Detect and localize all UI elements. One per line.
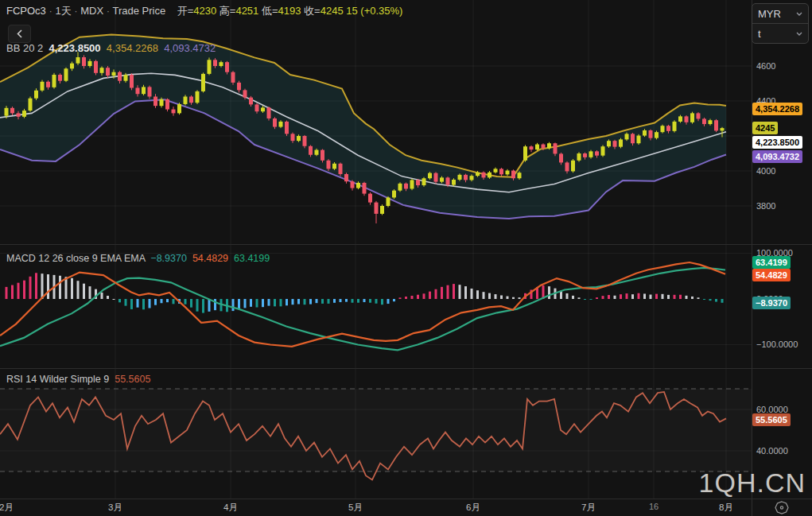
price-type-label: Trade Price (112, 5, 165, 17)
time-tick: 16 (649, 502, 659, 511)
open-value: 4230 (193, 5, 216, 17)
rsi-legend[interactable]: RSI 14 Wilder Simple 9 55.5605 (6, 374, 150, 385)
symbol-name[interactable]: FCPOc3 (6, 5, 46, 17)
rsi-name: RSI 14 Wilder Simple 9 (6, 374, 109, 385)
exchange-label: MDX (80, 5, 103, 17)
chevron-down-icon (796, 12, 802, 16)
back-button[interactable] (8, 25, 31, 43)
currency-dropdown[interactable]: MYR (752, 4, 808, 23)
price-badge: 4,354.2268 (752, 103, 802, 115)
axis-label: 40.0000 (756, 446, 788, 456)
price-badge: 63.4199 (752, 256, 791, 269)
close-value: 4245 (321, 5, 344, 17)
macd-hist-value: −8.9370 (150, 253, 187, 264)
macd-signal-value: 63.4199 (234, 253, 270, 264)
price-badge: −8.9370 (752, 297, 791, 309)
low-value: 4193 (278, 5, 301, 17)
currency-unit-selector: MYR t (752, 3, 809, 44)
change-value: 15 (+0.35%) (346, 5, 402, 17)
axis-label: 4600 (756, 61, 775, 71)
axis-label: 3800 (756, 201, 775, 211)
high-label: 高= (220, 5, 236, 17)
axis-label: 4000 (756, 166, 775, 176)
unit-value: t (758, 28, 761, 40)
price-badge: 4,223.8500 (752, 136, 802, 149)
time-tick: 7月 (581, 502, 596, 514)
trading-chart-app: FCPOc3 · 1天 · MDX · Trade Price 开=4230 高… (0, 0, 812, 516)
macd-legend[interactable]: MACD 12 26 close 9 EMA EMA −8.9370 54.48… (6, 253, 270, 264)
chevron-left-icon (17, 29, 22, 38)
bb-lower-value: 4,093.4732 (164, 42, 216, 54)
chart-plot-area[interactable] (0, 0, 752, 499)
unit-dropdown[interactable]: t (752, 23, 808, 43)
price-badge: 4245 (752, 122, 778, 134)
bb-basis-value: 4,223.8500 (49, 42, 101, 54)
chevron-down-icon (796, 32, 802, 36)
time-tick: 5月 (348, 502, 363, 514)
symbol-header[interactable]: FCPOc3 · 1天 · MDX · Trade Price 开=4230 高… (6, 4, 402, 18)
time-tick: 8月 (719, 502, 733, 514)
macd-line-value: 54.4829 (192, 253, 228, 264)
time-tick: 6月 (466, 502, 480, 514)
currency-value: MYR (758, 8, 781, 20)
low-label: 低= (262, 5, 278, 17)
scale-settings-icon[interactable] (775, 501, 789, 514)
pane-separator-rsi[interactable] (0, 368, 812, 369)
axis-label: −100.0000 (756, 339, 798, 349)
price-axis[interactable]: 4600440040003800100.00000.0000−100.00006… (752, 0, 812, 499)
pane-separator-timeaxis (0, 499, 812, 499)
bb-name: BB 20 2 (6, 42, 43, 54)
watermark: 1QH.CN (699, 468, 806, 499)
price-badge: 4,093.4732 (752, 150, 802, 163)
time-axis[interactable]: 2月3月4月5月6月7月168月 (0, 499, 812, 516)
macd-name: MACD 12 26 close 9 EMA EMA (6, 253, 145, 264)
rsi-value: 55.5605 (115, 374, 150, 385)
pane-separator-macd[interactable] (0, 244, 812, 245)
time-tick: 2月 (0, 502, 14, 514)
time-tick: 4月 (223, 502, 238, 514)
high-value: 4251 (235, 5, 258, 17)
time-tick: 3月 (108, 502, 122, 514)
open-label: 开= (177, 5, 194, 17)
price-badge: 55.5605 (752, 413, 791, 426)
bb-upper-value: 4,354.2268 (107, 42, 158, 54)
bb-legend[interactable]: BB 20 2 4,223.8500 4,354.2268 4,093.4732 (6, 42, 216, 54)
interval-label[interactable]: 1天 (55, 5, 71, 17)
price-badge: 54.4829 (752, 269, 791, 281)
time-axis-separator (752, 499, 752, 516)
close-label: 收= (304, 5, 321, 17)
